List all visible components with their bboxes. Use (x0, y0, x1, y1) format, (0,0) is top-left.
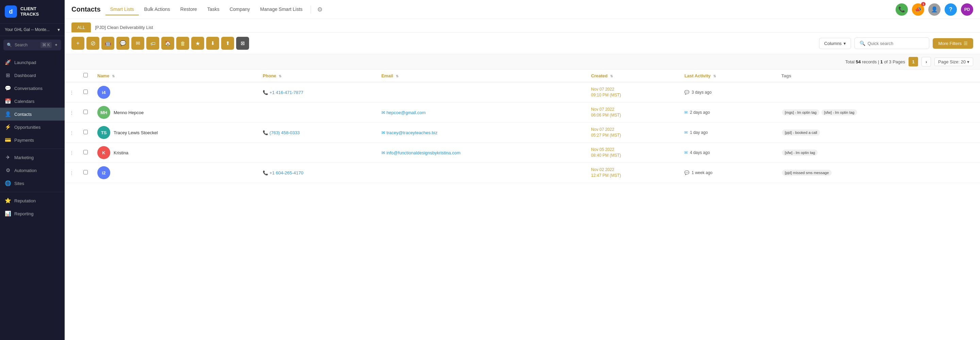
row-email (377, 82, 586, 102)
col-last-activity-header[interactable]: Last Activity ⇅ (679, 70, 776, 82)
more-filters-button[interactable]: More Filters ☰ (933, 38, 973, 49)
row-last-activity: ✉ 2 days ago (679, 102, 776, 123)
sidebar-item-reporting[interactable]: 📊 Reporting (0, 207, 65, 220)
tab-tasks[interactable]: Tasks (202, 4, 224, 15)
row-actions[interactable]: ⋮ (65, 102, 79, 123)
email-link[interactable]: ✉ tracey@traceyteaches.biz (382, 130, 582, 135)
import-button[interactable]: ⬆ (221, 37, 234, 50)
row-check[interactable] (79, 143, 92, 163)
sl-tab-all[interactable]: ALL (72, 22, 91, 32)
tab-restore[interactable]: Restore (176, 4, 202, 15)
sidebar-item-payments[interactable]: 💳 Payments (0, 134, 65, 147)
pagination-bar: Total 54 records | 1 of 3 Pages 1 › Page… (65, 54, 980, 70)
topbar: Contacts Smart Lists Bulk Actions Restor… (65, 0, 980, 19)
add-tag-button[interactable]: 🏷 (146, 37, 159, 50)
phone-link[interactable]: 📞 +1 604-265-4170 (263, 170, 372, 176)
sidebar-item-launchpad[interactable]: 🚀 Launchpad (0, 56, 65, 69)
tab-manage-smart-lists[interactable]: Manage Smart Lists (256, 4, 308, 15)
sort-icon: ⇅ (279, 74, 282, 78)
pagination-summary: Total 54 records | 1 of 3 Pages (845, 59, 905, 64)
created-date: Nov 02 2022 (591, 167, 675, 173)
row-email[interactable]: ✉ info@functionaldesignsbykristina.com (377, 143, 586, 163)
sl-tab-pjd[interactable]: [PJD] Clean Deliverability List (94, 23, 154, 32)
delete-button[interactable]: 🗑 (176, 37, 189, 50)
map-button[interactable]: ⊠ (236, 37, 249, 50)
col-phone-header[interactable]: Phone ⇅ (258, 70, 377, 82)
row-actions[interactable]: ⋮ (65, 143, 79, 163)
email-button[interactable]: ✉ (131, 37, 144, 50)
settings-button[interactable]: ⚙ (314, 5, 325, 14)
user-button[interactable]: 👤 (928, 3, 940, 16)
row-checkbox[interactable] (83, 150, 88, 154)
col-created-header[interactable]: Created ⇅ (586, 70, 679, 82)
add-contact-button[interactable]: + (72, 37, 84, 50)
select-all-checkbox[interactable] (83, 73, 88, 77)
row-actions[interactable]: ⋮ (65, 163, 79, 183)
row-name[interactable]: i2 (92, 163, 258, 183)
phone-link[interactable]: 📞 (763) 458-0333 (263, 130, 372, 135)
activity-icon: 💬 (684, 90, 689, 95)
sidebar-item-dashboard[interactable]: ⊞ Dashboard (0, 69, 65, 82)
automation-icon: ⚙ (5, 167, 11, 173)
row-phone[interactable]: 📞 (763) 458-0333 (258, 123, 377, 143)
row-actions[interactable]: ⋮ (65, 123, 79, 143)
row-phone[interactable]: 📞 +1 416-471-7877 (258, 82, 377, 102)
account-selector[interactable]: Your GHL Gal -- Monte... ▾ (0, 24, 65, 36)
row-check[interactable] (79, 102, 92, 123)
sites-icon: 🌐 (5, 180, 11, 186)
sidebar-item-calendars[interactable]: 📅 Calendars (0, 95, 65, 108)
search-input[interactable] (867, 41, 924, 46)
favourite-button[interactable]: ★ (191, 37, 204, 50)
sidebar-item-marketing[interactable]: ✈ Marketing (0, 151, 65, 164)
launchpad-icon: 🚀 (5, 59, 11, 65)
row-check[interactable] (79, 82, 92, 102)
row-actions[interactable]: ⋮ (65, 82, 79, 102)
tab-bulk-actions[interactable]: Bulk Actions (140, 4, 175, 15)
remove-tag-button[interactable]: 🏠 (161, 37, 174, 50)
tab-smart-lists[interactable]: Smart Lists (105, 4, 139, 15)
message-button[interactable]: 💬 (116, 37, 129, 50)
sidebar-item-conversations[interactable]: 💬 Conversations (0, 82, 65, 95)
col-name-header[interactable]: Name ⇅ (92, 70, 258, 82)
sidebar-item-sites[interactable]: 🌐 Sites (0, 177, 65, 190)
sidebar-item-reputation[interactable]: ⭐ Reputation (0, 194, 65, 207)
row-checkbox[interactable] (83, 130, 88, 134)
phone-link[interactable]: 📞 +1 416-471-7877 (263, 90, 372, 95)
columns-button[interactable]: Columns ▾ (819, 38, 851, 49)
sidebar-item-automation[interactable]: ⚙ Automation (0, 164, 65, 177)
payments-icon: 💳 (5, 137, 11, 143)
tag: [mgs] - lm optin tag (782, 109, 819, 115)
row-name[interactable]: TS Tracey Lewis Stoeckel (92, 123, 258, 143)
phone-button[interactable]: 📞 (896, 3, 908, 16)
help-button[interactable]: ? (945, 3, 957, 16)
row-checkbox[interactable] (83, 110, 88, 114)
sidebar-search[interactable]: 🔍 Search ⌘ K ✦ (3, 40, 61, 50)
export-button[interactable]: ⬇ (206, 37, 219, 50)
row-check[interactable] (79, 123, 92, 143)
sidebar-item-label: Sites (14, 181, 24, 186)
row-name[interactable]: K Kristina (92, 143, 258, 163)
automation-button[interactable]: 🤖 (102, 37, 115, 50)
sidebar-item-contacts[interactable]: 👤 Contacts (0, 108, 65, 121)
tab-company[interactable]: Company (225, 4, 255, 15)
email-link[interactable]: ✉ hepcoe@gmail.com (382, 110, 582, 115)
row-name[interactable]: i4 (92, 82, 258, 102)
email-link[interactable]: ✉ info@functionaldesignsbykristina.com (382, 150, 582, 155)
row-name[interactable]: MH Menno Hepcoe (92, 102, 258, 123)
next-page-button[interactable]: › (921, 57, 931, 66)
col-email-header[interactable]: Email ⇅ (377, 70, 586, 82)
user-avatar-button[interactable]: PD (961, 3, 973, 16)
sidebar-item-opportunities[interactable]: ⚡ Opportunities (0, 121, 65, 134)
row-checkbox[interactable] (83, 170, 88, 174)
row-email[interactable]: ✉ tracey@traceyteaches.biz (377, 123, 586, 143)
created-time: 12:47 PM (MST) (591, 173, 675, 179)
user-btn-wrap: 👤 (928, 3, 940, 16)
table-row: ⋮ TS Tracey Lewis Stoeckel (65, 123, 980, 143)
row-check[interactable] (79, 163, 92, 183)
row-checkbox[interactable] (83, 89, 88, 94)
filter-button[interactable]: ⊘ (86, 37, 99, 50)
page-size-select[interactable]: Page Size: 20 ▾ (934, 57, 973, 66)
row-tags: [pjd] missed sms message (776, 163, 980, 183)
row-phone[interactable]: 📞 +1 604-265-4170 (258, 163, 377, 183)
row-email[interactable]: ✉ hepcoe@gmail.com (377, 102, 586, 123)
